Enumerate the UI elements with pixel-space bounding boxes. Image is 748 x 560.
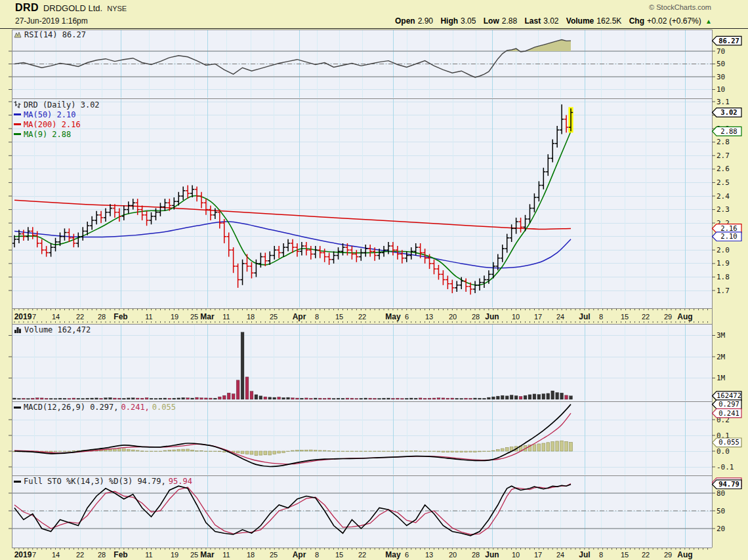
ma200-legend-text: MA(200) 2.16 [24,120,81,129]
svg-text:50: 50 [717,507,725,515]
svg-text:20: 20 [717,525,725,533]
svg-text:2M: 2M [717,353,726,361]
svg-text:13: 13 [425,551,433,559]
svg-text:Apr: Apr [293,550,306,559]
svg-text:8: 8 [599,313,603,321]
macd-legend: MACD(12,26,9) 0.297, 0.241, 0.055 [14,403,176,412]
volume-value: 162.5K [596,16,621,26]
svg-text:0.297: 0.297 [718,400,739,408]
macd-line-icon [14,407,21,409]
svg-text:3M: 3M [717,331,726,340]
svg-text:15: 15 [335,313,343,321]
svg-text:2019: 2019 [14,312,32,321]
svg-text:29: 29 [664,313,672,321]
svg-text:25: 25 [270,313,278,321]
svg-text:11: 11 [145,551,152,559]
ma50-legend-text: MA(50) 2.10 [24,110,75,119]
svg-text:13: 13 [425,313,433,321]
svg-text:1.8: 1.8 [717,273,730,281]
svg-text:28: 28 [472,313,480,321]
svg-text:11: 11 [222,551,230,559]
svg-text:8: 8 [315,313,319,321]
svg-text:15: 15 [621,313,629,321]
svg-text:2.16: 2.16 [720,224,737,232]
svg-text:Aug: Aug [677,312,692,321]
svg-text:19: 19 [171,313,178,321]
ma50-legend: MA(50) 2.10 [14,110,100,119]
svg-text:10: 10 [512,551,520,559]
svg-text:1.9: 1.9 [717,259,730,268]
svg-text:2.8: 2.8 [717,138,730,146]
chart-canvas[interactable]: 705030103.13.02.92.82.72.62.52.42.32.22.… [0,0,748,560]
svg-text:25: 25 [190,313,198,321]
svg-text:Jul: Jul [579,550,590,559]
macd-legend-text: MACD(12,26,9) 0.297, [24,403,119,412]
svg-text:Feb: Feb [114,312,127,321]
svg-text:17: 17 [534,313,542,321]
svg-text:1.7: 1.7 [717,287,730,295]
svg-text:18: 18 [247,313,255,321]
svg-text:18: 18 [247,551,255,559]
svg-text:22: 22 [642,313,650,321]
svg-text:28: 28 [98,551,106,559]
svg-text:15: 15 [335,551,343,559]
rsi-indicator-icon [14,31,22,39]
svg-text:28: 28 [98,313,106,321]
ma9-legend: MA(9) 2.88 [14,129,100,139]
high-label: High [440,16,458,26]
svg-text:2.3: 2.3 [717,205,730,214]
open-value: 2.90 [418,16,433,26]
svg-text:10: 10 [717,85,725,94]
ma9-legend-text: MA(9) 2.88 [24,130,71,139]
ticker-symbol: DRD [15,2,39,14]
svg-text:2.5: 2.5 [717,178,730,187]
svg-text:28: 28 [472,551,480,559]
volume-bars-icon [14,326,22,334]
svg-text:25: 25 [270,551,278,559]
svg-text:22: 22 [76,313,84,321]
svg-text:10: 10 [512,313,520,321]
svg-text:24: 24 [556,551,564,559]
svg-text:0.0: 0.0 [717,447,730,456]
svg-text:94.79: 94.79 [718,480,739,488]
svg-text:2.7: 2.7 [717,151,730,160]
svg-text:19: 19 [171,551,178,559]
svg-text:22: 22 [642,551,650,559]
svg-text:Mar: Mar [200,550,215,559]
low-value: 2.88 [502,16,517,26]
svg-text:17: 17 [534,551,542,559]
sto-d-value: 95.94 [169,477,192,486]
ohlc-bars-icon [14,100,21,109]
svg-text:25: 25 [190,551,198,559]
svg-text:11: 11 [222,313,230,321]
svg-text:Feb: Feb [114,550,127,559]
chg-up-arrow-icon: ▲ [705,18,712,25]
volume-label: Volume [566,16,594,26]
svg-text:50: 50 [717,60,725,68]
exchange-name: NYSE [107,5,127,12]
svg-text:2.6: 2.6 [717,165,730,173]
svg-text:30: 30 [717,73,725,81]
header-title: DRD DRDGOLD Ltd. NYSE [15,2,127,14]
svg-text:80: 80 [717,489,725,498]
svg-text:3.02: 3.02 [720,108,737,116]
svg-text:22: 22 [358,313,366,321]
svg-text:0.241: 0.241 [718,409,739,417]
svg-text:8: 8 [315,551,319,559]
svg-text:162472: 162472 [717,391,741,399]
svg-text:14: 14 [52,551,60,559]
svg-text:24: 24 [556,313,564,321]
price-legend-title-row: DRD (Daily) 3.02 [14,100,100,110]
svg-text:Jul: Jul [579,312,590,321]
svg-text:Apr: Apr [293,312,306,321]
svg-text:2.0: 2.0 [717,246,730,254]
ma9-line-icon [14,133,21,135]
volume-legend-text: Volume 162,472 [24,325,91,334]
svg-text:70: 70 [717,47,725,56]
price-legend-title: DRD (Daily) 3.02 [24,100,100,110]
header-divider [0,28,748,29]
sto-line-icon [14,481,21,483]
stockcharts-page: 705030103.13.02.92.82.72.62.52.42.32.22.… [0,0,748,560]
svg-text:3.1: 3.1 [717,98,730,106]
svg-text:20: 20 [449,313,457,321]
